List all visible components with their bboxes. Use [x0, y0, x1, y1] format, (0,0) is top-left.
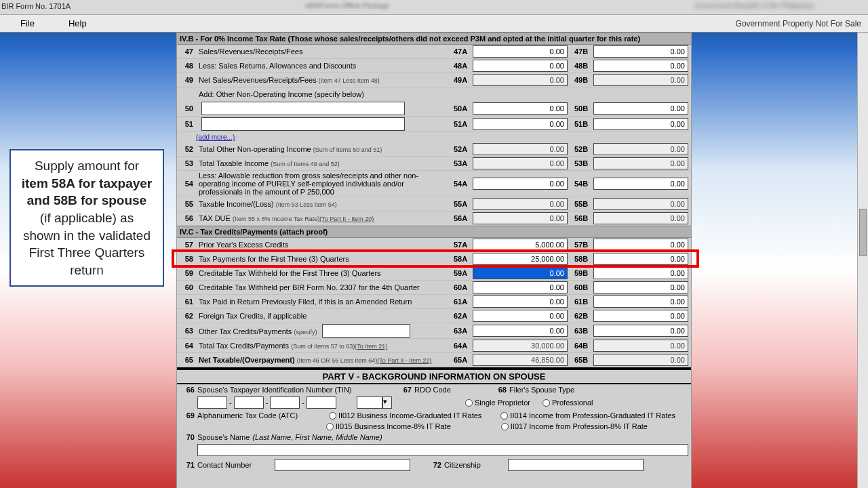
form-body: IV.B - For 0% Income Tax Rate (Those who…: [176, 33, 692, 488]
input-48B[interactable]: [593, 60, 688, 72]
input-57A[interactable]: [473, 239, 568, 251]
input-57B[interactable]: [593, 239, 688, 251]
input-58B[interactable]: [593, 253, 688, 265]
spouse-contact[interactable]: [275, 459, 410, 471]
radio-professional[interactable]: Professional: [542, 399, 593, 407]
instruction-callout: Supply amount for item 58A for taxpayer …: [9, 149, 164, 287]
input-51B[interactable]: [593, 118, 688, 130]
radio-single-proprietor[interactable]: Single Proprietor: [465, 399, 530, 407]
input-51-desc[interactable]: [201, 117, 405, 131]
input-49B: [593, 74, 688, 86]
input-58A[interactable]: [473, 253, 568, 265]
input-59B[interactable]: [593, 267, 688, 279]
radio-atc-II015[interactable]: II015 Business Income-8% IT Rate: [326, 422, 451, 430]
radio-atc-II012[interactable]: II012 Business Income-Graduated IT Rates: [329, 411, 481, 420]
input-50-desc[interactable]: [201, 102, 405, 115]
spouse-rdo[interactable]: [357, 396, 382, 409]
input-47B[interactable]: [593, 45, 688, 58]
spouse-tin[interactable]: ---: [197, 396, 336, 409]
section-partv-header: PART V - BACKGROUND INFORMATION ON SPOUS…: [177, 367, 691, 384]
window-title: BIR Form No. 1701A: [1, 2, 71, 10]
spouse-citizenship[interactable]: [508, 459, 644, 471]
radio-atc-II017[interactable]: II017 Income from Profession-8% IT Rate: [501, 422, 648, 430]
govt-property-label: Government Property Not For Sale: [736, 19, 861, 28]
radio-atc-II014[interactable]: II014 Income from Profession-Graduated I…: [500, 411, 675, 420]
input-48A[interactable]: [473, 60, 568, 72]
spouse-name[interactable]: [197, 444, 688, 456]
add-more-link[interactable]: (add more...): [196, 132, 235, 142]
section-ivc-header: IV.C - Tax Credits/Payments (attach proo…: [177, 226, 691, 238]
input-49A: [473, 74, 568, 86]
input-50B[interactable]: [593, 102, 688, 115]
vertical-scrollbar[interactable]: [857, 33, 868, 488]
input-51A[interactable]: [473, 118, 568, 130]
input-59A[interactable]: [473, 267, 568, 279]
input-50A[interactable]: [473, 102, 568, 115]
input-63-desc[interactable]: [322, 324, 410, 338]
menu-help[interactable]: Help: [68, 18, 87, 28]
section-ivb-header: IV.B - For 0% Income Tax Rate (Those who…: [177, 33, 691, 45]
window-titlebar: BIR Form No. 1701A eBIRForms Offline Pac…: [0, 0, 868, 15]
input-47A[interactable]: [473, 45, 568, 58]
menu-bar: File Help Government Property Not For Sa…: [0, 15, 868, 33]
menu-file[interactable]: File: [20, 18, 35, 28]
